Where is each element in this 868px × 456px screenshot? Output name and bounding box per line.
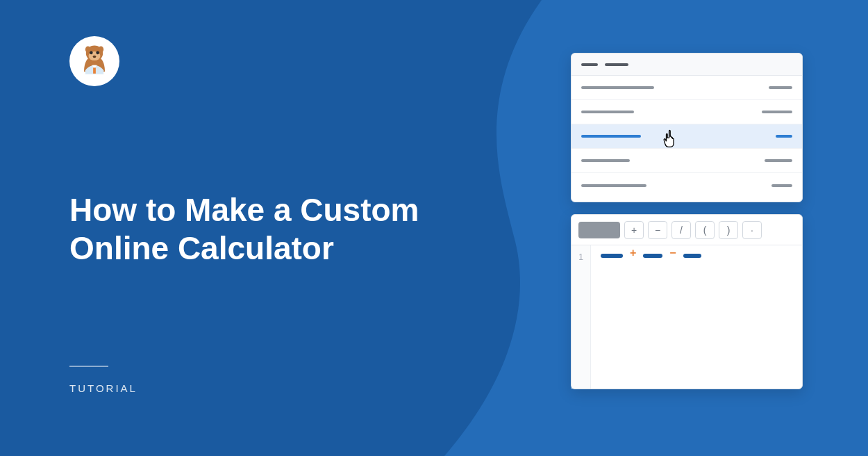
list-row[interactable] bbox=[571, 124, 802, 149]
operator-button[interactable]: + bbox=[624, 221, 644, 239]
row-value-bar bbox=[769, 86, 792, 89]
formula-input[interactable]: +− bbox=[591, 245, 802, 389]
list-row[interactable] bbox=[571, 76, 802, 100]
brand-logo bbox=[69, 36, 119, 86]
field-token bbox=[601, 254, 623, 258]
row-value-bar bbox=[765, 159, 792, 162]
operator-token: − bbox=[669, 251, 676, 255]
operator-button[interactable]: ( bbox=[695, 221, 715, 239]
line-number: 1 bbox=[571, 252, 590, 262]
editor-toolbar: +−/()· bbox=[571, 215, 802, 245]
category-label: TUTORIAL bbox=[69, 382, 137, 394]
operator-button[interactable]: / bbox=[671, 221, 691, 239]
formula-editor-panel: +−/()· 1 +− bbox=[571, 214, 803, 389]
list-header bbox=[571, 54, 802, 76]
row-label-bar bbox=[581, 111, 634, 113]
row-value-bar bbox=[762, 111, 792, 113]
title-divider bbox=[69, 366, 108, 367]
row-value-bar bbox=[771, 184, 792, 187]
header-bar bbox=[581, 63, 598, 66]
svg-point-4 bbox=[90, 51, 93, 54]
row-label-bar bbox=[581, 135, 641, 138]
fields-list-panel bbox=[571, 53, 803, 202]
operator-button[interactable]: − bbox=[648, 221, 667, 239]
field-token bbox=[683, 254, 701, 258]
row-label-bar bbox=[581, 184, 646, 187]
operator-button[interactable]: ) bbox=[719, 221, 738, 239]
svg-point-5 bbox=[96, 51, 99, 54]
header-bar bbox=[605, 63, 628, 66]
svg-point-6 bbox=[93, 56, 97, 58]
operator-button[interactable]: · bbox=[742, 221, 762, 239]
pointer-cursor-icon bbox=[662, 129, 680, 149]
field-token bbox=[643, 254, 662, 258]
row-label-bar bbox=[581, 86, 654, 89]
row-value-bar bbox=[776, 135, 792, 138]
field-selector-button[interactable] bbox=[578, 222, 620, 238]
svg-rect-9 bbox=[93, 67, 96, 73]
line-gutter: 1 bbox=[571, 245, 591, 389]
operator-token: + bbox=[630, 251, 636, 255]
list-row[interactable] bbox=[571, 100, 802, 124]
list-row[interactable] bbox=[571, 149, 802, 173]
svg-point-8 bbox=[99, 46, 104, 52]
svg-point-7 bbox=[85, 46, 91, 52]
row-label-bar bbox=[581, 159, 630, 162]
page-title: How to Make a Custom Online Calculator bbox=[69, 191, 458, 268]
list-row[interactable] bbox=[571, 173, 802, 197]
